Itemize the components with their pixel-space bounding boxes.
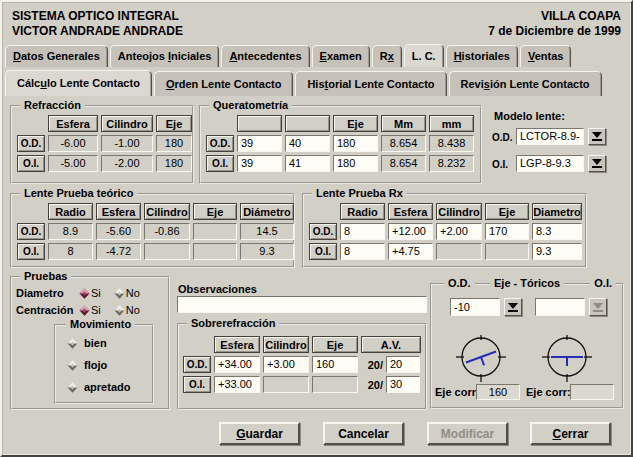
refraccion-header-row: Esfera Cilindro Eje [17, 115, 192, 132]
rx-title: Lente Prueba Rx [312, 187, 407, 199]
row-oi-button[interactable]: O.I. [206, 155, 234, 172]
modelo-oi-combo-input[interactable]: LGP-8-9.3 [516, 155, 584, 172]
sobre-od-cilindro-input[interactable]: +3.00 [263, 356, 309, 373]
row-od-button[interactable]: O.D. [309, 223, 337, 240]
sobre-od-esfera-input[interactable]: +34.00 [214, 356, 260, 373]
teorico-od-diametro: 14.5 [240, 223, 294, 240]
table-row: O.D. 8 +12.00 +2.00 170 8.3 [309, 223, 582, 240]
tab-rx[interactable]: Rx [372, 45, 402, 67]
tab-historial-lente-contacto[interactable]: Historial Lente Contacto [295, 71, 446, 96]
sobre-header-row: Esfera Cilindro Eje A.V. [183, 336, 421, 353]
apretado-label[interactable]: apretado [84, 381, 130, 393]
quera-oi-eje-input[interactable]: 180 [333, 155, 378, 172]
row-oi-button[interactable]: O.I. [17, 243, 45, 260]
rx-od-diametro-input[interactable]: 8.3 [532, 223, 582, 240]
tab-antecedentes[interactable]: Antecedentes [221, 45, 309, 67]
modelo-od-combo-input[interactable]: LCTOR-8.9- [516, 128, 584, 145]
cerrar-button[interactable]: Cerrar [530, 422, 611, 445]
si-label[interactable]: Si [91, 287, 101, 299]
modelo-oi-dropdown-button[interactable] [588, 155, 606, 172]
tab-lc[interactable]: L. C. [404, 44, 444, 67]
rx-oi-cilindro [436, 243, 482, 260]
col-esfera: Esfera [96, 203, 141, 220]
tab-datos-generales[interactable]: Datos Generales [5, 45, 108, 67]
rx-od-esfera-input[interactable]: +12.00 [388, 223, 433, 240]
col-av: A.V. [361, 336, 421, 353]
row-od-button[interactable]: O.D. [17, 135, 45, 152]
tab-calculo-lente-contacto[interactable]: Cálculo Lente Contacto [5, 70, 152, 96]
rx-oi-eje [485, 243, 529, 260]
queratometria-title: Queratometría [209, 99, 292, 111]
bien-label[interactable]: bien [84, 337, 107, 349]
table-row: O.I. +33.00 20/ 30 [183, 376, 421, 393]
modelo-oi-label: O.I. [492, 159, 508, 170]
quera-oi-k2-input[interactable]: 41 [285, 155, 330, 172]
od-eje-corr-value: 160 [476, 384, 520, 400]
sobre-od-av-input[interactable]: 20 [386, 356, 420, 373]
no-label[interactable]: No [126, 287, 140, 299]
col-radio: Radio [48, 203, 93, 220]
modelo-od-dropdown-button[interactable] [588, 128, 606, 145]
quera-od-k2-input[interactable]: 40 [285, 135, 330, 152]
table-row: O.D. 8.9 -5.60 -0.86 14.5 [17, 223, 294, 240]
col-cilindro: Cilindro [144, 203, 190, 220]
modelo-od-label: O.D. [492, 132, 513, 143]
row-od-button[interactable]: O.D. [17, 223, 45, 240]
observaciones-input[interactable] [177, 296, 427, 313]
oi-dial-needle [551, 357, 583, 366]
tab-revision-lente-contacto[interactable]: Revisión Lente Contacto [449, 71, 602, 96]
sobre-oi-av-input[interactable]: 30 [386, 376, 420, 393]
quera-oi-k1-input[interactable]: 39 [237, 155, 282, 172]
col-diametro: Diametro [532, 203, 582, 220]
rx-oi-diametro-input[interactable]: 9.3 [532, 243, 582, 260]
centracion-si-radio[interactable] [80, 305, 90, 315]
col-diametro: Diámetro [240, 203, 294, 220]
lc-tab-strip: Cálculo Lente Contacto Orden Lente Conta… [5, 70, 602, 96]
apretado-radio[interactable] [68, 382, 78, 392]
row-od-button[interactable]: O.D. [206, 135, 234, 152]
teorico-oi-eje [193, 243, 237, 260]
quera-od-k1-input[interactable]: 39 [237, 135, 282, 152]
centracion-no-radio[interactable] [114, 305, 124, 315]
toricos-od-combo-input[interactable]: -10 [450, 298, 500, 316]
diametro-no-radio[interactable] [114, 288, 124, 298]
no-label[interactable]: No [126, 304, 140, 316]
diametro-si-radio[interactable] [80, 288, 90, 298]
tab-historiales[interactable]: Historiales [446, 45, 518, 67]
col-eje: Eje [485, 203, 529, 220]
tab-orden-lente-contacto[interactable]: Orden Lente Contacto [154, 71, 294, 96]
row-oi-button[interactable]: O.I. [309, 243, 337, 260]
si-label[interactable]: Si [91, 304, 101, 316]
tab-examen[interactable]: Examen [312, 45, 370, 67]
sobre-od-eje-input[interactable]: 160 [312, 356, 358, 373]
sobre-oi-esfera-input[interactable]: +33.00 [214, 376, 260, 393]
rx-od-cilindro-input[interactable]: +2.00 [436, 223, 482, 240]
row-oi-button[interactable]: O.I. [183, 376, 211, 393]
quera-od-Mm: 8.654 [381, 135, 426, 152]
toricos-od-dropdown-button[interactable] [504, 298, 522, 316]
table-row: O.I. 39 41 180 8.654 8.232 [206, 155, 474, 172]
guardar-button[interactable]: Guardar [219, 422, 300, 445]
rx-oi-radio-input[interactable]: 8 [340, 243, 385, 260]
table-row: O.I. 8 +4.75 9.3 [309, 243, 582, 260]
flojo-radio[interactable] [68, 360, 78, 370]
tab-ventas[interactable]: Ventas [520, 45, 571, 67]
quera-oi-Mm: 8.654 [381, 155, 426, 172]
tab-anteojos-iniciales[interactable]: Anteojos Iniciales [110, 45, 220, 67]
bien-radio[interactable] [68, 338, 78, 348]
modificar-button: Modificar [427, 422, 508, 445]
quera-od-eje-input[interactable]: 180 [333, 135, 378, 152]
toricos-od-label: O.D. [444, 277, 475, 289]
app-title-line1: SISTEMA OPTICO INTEGRAL [12, 9, 183, 24]
od-eje-corr-label: Eje corr: [435, 386, 480, 398]
rx-header-row: Radio Esfera Cilindro Eje Diametro [309, 203, 582, 220]
rx-oi-esfera-input[interactable]: +4.75 [388, 243, 433, 260]
row-od-button[interactable]: O.D. [183, 356, 211, 373]
col-esfera: Esfera [48, 115, 98, 132]
rx-od-eje-input[interactable]: 170 [485, 223, 529, 240]
rx-od-radio-input[interactable]: 8 [340, 223, 385, 240]
table-row: O.D. -6.00 -1.00 180 [17, 135, 192, 152]
cancelar-button[interactable]: Cancelar [323, 422, 404, 445]
flojo-label[interactable]: flojo [84, 359, 107, 371]
row-oi-button[interactable]: O.I. [17, 155, 45, 172]
